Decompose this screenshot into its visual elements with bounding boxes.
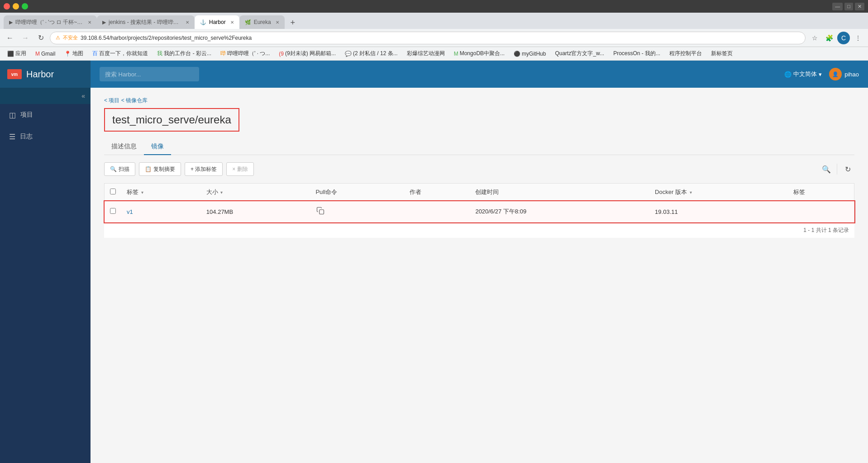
bookmark-bilibili-label: 哔哩哔哩（' · つ... xyxy=(227,50,270,57)
bookmark-msg-icon: 💬 xyxy=(345,51,352,57)
tab-harbor-label: Harbor xyxy=(209,19,226,25)
page-tabs: 描述信息 镜像 xyxy=(104,139,854,155)
size-sort-icon[interactable]: ▾ xyxy=(220,190,223,195)
th-tag: 标签 ▾ xyxy=(121,184,201,201)
copy-digest-button[interactable]: 📋 复制摘要 xyxy=(139,162,181,176)
toolbar-right: 🔍 ↻ xyxy=(820,162,854,176)
bookmark-maps[interactable]: 📍 地图 xyxy=(61,49,87,58)
bookmark-github[interactable]: ⚫ myGitHub xyxy=(510,50,549,58)
bookmark-github-icon: ⚫ xyxy=(514,51,520,57)
bookmark-anime-label: 彩爆综艺动漫网 xyxy=(407,50,445,57)
window-minimize-button[interactable] xyxy=(13,3,19,9)
back-button[interactable]: ← xyxy=(4,32,16,44)
scan-button[interactable]: 🔍 扫描 xyxy=(104,162,135,176)
tab-eureka-close[interactable]: ✕ xyxy=(276,20,279,25)
language-selector[interactable]: 🌐 中文简体 ▾ xyxy=(784,70,822,78)
tab-harbor[interactable]: ⚓ Harbor ✕ xyxy=(195,15,239,29)
harbor-logo-text: Harbor xyxy=(26,69,54,80)
row-checkbox[interactable] xyxy=(110,208,116,214)
tab-jenkins[interactable]: ▶ jenkins - 搜索结果 - 哔哩哔哩3... ✕ xyxy=(97,15,195,29)
bookmark-baidu[interactable]: 百 百度一下，你就知道 xyxy=(89,49,152,58)
bookmark-163mail-icon: (9 xyxy=(279,51,284,57)
add-tag-label: + 添加标签 xyxy=(191,165,217,173)
bookmark-quartz-label: Quartz官方文字_w... xyxy=(555,50,604,57)
vm-logo-badge: vm xyxy=(7,69,22,79)
address-bar-right: ☆ 🧩 C ⋮ xyxy=(808,32,864,44)
tab-harbor-close[interactable]: ✕ xyxy=(230,20,234,25)
images-table: 标签 ▾ 大小 ▾ Pull命令 作者 创建时间 xyxy=(104,183,854,222)
sidebar-collapse-button[interactable]: « xyxy=(0,88,91,104)
title-bar-close[interactable]: ✕ xyxy=(855,3,864,10)
delete-button[interactable]: × 删除 xyxy=(226,162,253,176)
refresh-icon-button[interactable]: ↻ xyxy=(841,162,854,176)
row-author-cell xyxy=(404,201,470,222)
extensions-button[interactable]: 🧩 xyxy=(823,32,835,44)
username-label: pihao xyxy=(844,71,859,78)
th-pull: Pull命令 xyxy=(310,184,404,201)
window-maximize-button[interactable] xyxy=(22,3,28,9)
bookmark-platform[interactable]: 程序控制平台 xyxy=(666,49,706,58)
search-icon-button[interactable]: 🔍 xyxy=(820,162,833,176)
address-bar: ← → ↻ ⚠ 不安全 39.108.6.54/harbor/projects/… xyxy=(0,29,868,47)
bookmark-workspace[interactable]: 我 我的工作台 - 彩云... xyxy=(153,49,215,58)
bookmark-bilibili[interactable]: 哔 哔哩哔哩（' · つ... xyxy=(217,49,273,58)
tab-description[interactable]: 描述信息 xyxy=(104,139,144,155)
tag-link[interactable]: v1 xyxy=(127,208,133,215)
bookmark-gmail-label: Gmail xyxy=(41,51,55,57)
th-docker-version: Docker 版本 ▾ xyxy=(649,184,788,201)
sidebar-item-projects[interactable]: ◫ 项目 xyxy=(0,104,91,126)
th-labels: 标签 xyxy=(788,184,854,201)
forward-button[interactable]: → xyxy=(19,32,32,44)
tag-sort-icon[interactable]: ▾ xyxy=(141,190,143,195)
bookmark-msg[interactable]: 💬 (2 封私信 / 12 条... xyxy=(341,49,401,58)
th-author: 作者 xyxy=(404,184,470,201)
address-input-container[interactable]: ⚠ 不安全 39.108.6.54/harbor/projects/2/repo… xyxy=(50,32,806,44)
tab-harbor-favicon: ⚓ xyxy=(200,19,206,25)
content-area: < 项目 < 镜像仓库 test_micro_serve/eureka 描述信息… xyxy=(91,88,868,463)
new-tab-button[interactable]: + xyxy=(286,16,299,29)
bookmark-gmail-icon: M xyxy=(35,51,40,57)
add-tag-button[interactable]: + 添加标签 xyxy=(185,162,223,176)
logs-icon: ☰ xyxy=(9,132,15,141)
bookmark-newtab[interactable]: 新标签页 xyxy=(707,49,736,58)
bookmark-gmail[interactable]: M Gmail xyxy=(32,50,59,58)
sidebar: vm Harbor « ◫ 项目 ☰ 日志 xyxy=(0,61,91,463)
bookmark-anime[interactable]: 彩爆综艺动漫网 xyxy=(403,49,448,58)
tab-bilibili[interactable]: ▶ 哔哩哔哩（' · 'つ ロ 千杯~-bili... ✕ xyxy=(4,15,97,29)
tab-eureka[interactable]: 🌿 Eureka ✕ xyxy=(239,15,285,29)
user-menu[interactable]: 👤 pihao xyxy=(829,68,859,80)
row-created-cell: 2020/6/27 下午8:09 xyxy=(470,201,649,222)
bookmark-mongo[interactable]: M MongoDB中聚合... xyxy=(450,49,508,58)
scan-icon: 🔍 xyxy=(110,166,117,172)
th-size: 大小 ▾ xyxy=(201,184,310,201)
menu-button[interactable]: ⋮ xyxy=(852,32,864,44)
bookmark-quartz[interactable]: Quartz官方文字_w... xyxy=(551,49,608,58)
reload-button[interactable]: ↻ xyxy=(34,32,47,44)
breadcrumb-repos-link[interactable]: < 镜像仓库 xyxy=(121,97,148,104)
breadcrumb-projects-link[interactable]: < 项目 xyxy=(104,97,119,104)
profile-button[interactable]: C xyxy=(837,32,850,44)
tab-bilibili-favicon: ▶ xyxy=(9,19,13,25)
select-all-checkbox[interactable] xyxy=(110,189,116,194)
harbor-search-input[interactable] xyxy=(100,67,199,81)
user-avatar: 👤 xyxy=(829,68,842,80)
bookmark-processon[interactable]: ProcessOn - 我的... xyxy=(610,49,664,58)
globe-icon: 🌐 xyxy=(784,71,792,78)
tab-jenkins-close[interactable]: ✕ xyxy=(186,20,189,25)
bookmark-baidu-label: 百度一下，你就知道 xyxy=(99,50,148,57)
title-bar-maximize[interactable]: □ xyxy=(844,3,853,10)
user-avatar-icon: 👤 xyxy=(832,71,839,77)
bookmark-apps[interactable]: ⬛ 应用 xyxy=(4,49,30,58)
window-close-button[interactable] xyxy=(4,3,10,9)
title-bar-restore[interactable]: — xyxy=(832,3,843,10)
tab-bilibili-close[interactable]: ✕ xyxy=(88,20,91,25)
tab-images[interactable]: 镜像 xyxy=(144,139,171,155)
sidebar-item-logs[interactable]: ☰ 日志 xyxy=(0,126,91,147)
docker-sort-icon[interactable]: ▾ xyxy=(690,190,692,195)
th-checkbox xyxy=(105,184,122,201)
lang-chevron-icon: ▾ xyxy=(819,71,822,78)
bookmark-button[interactable]: ☆ xyxy=(808,32,821,44)
pull-copy-button[interactable] xyxy=(315,206,325,217)
bookmark-163mail[interactable]: (9 (9封未读) 网易邮箱... xyxy=(275,49,339,58)
row-labels-cell xyxy=(788,201,854,222)
